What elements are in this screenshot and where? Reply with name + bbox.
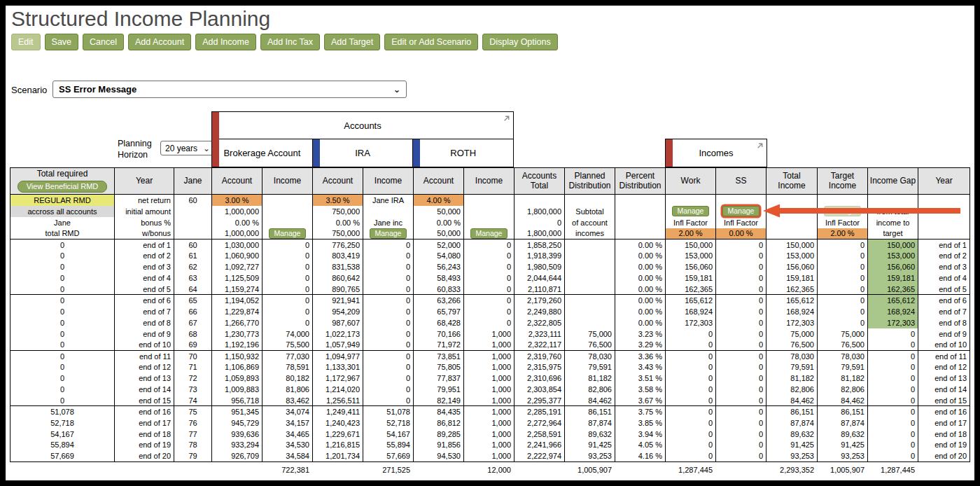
cell-income-gap: 150,000 (868, 239, 918, 251)
cell-planned-distribution (565, 250, 615, 261)
manage-button-brokerage-income[interactable]: Manage (269, 228, 307, 239)
cell-year-right: end of 5 (918, 284, 970, 295)
cell-jane: 66 (174, 306, 212, 317)
cell-roth-income: 1,000 (464, 384, 514, 395)
cell-ira-income: Manage (363, 228, 414, 239)
cell-brokerage-income: 0 (262, 317, 313, 328)
cell-rmd: 0 (10, 384, 115, 395)
manage-button-ira-income[interactable]: Manage (370, 228, 407, 239)
cell-year-right: end of 4 (918, 272, 970, 284)
cell-percent-distribution: 0.00 % (615, 250, 666, 261)
toolbar-button-add-inc-tax[interactable]: Add Inc Tax (260, 34, 320, 50)
cell-rmd: 51,078 (10, 406, 115, 417)
scenario-select[interactable]: SS Error Message ⌄ (52, 81, 407, 98)
total-roth-income: 12,000 (463, 464, 514, 475)
cell-income-gap: 0 (868, 395, 918, 406)
cell-year-left: end of 10 (115, 340, 174, 351)
cell-work (666, 195, 716, 206)
incomes-group-label: Incomes (699, 148, 733, 158)
cell-target-income: 75,000 (818, 328, 868, 340)
cell-roth-income: 0 (464, 261, 514, 272)
cell-ira-income: 0 (363, 395, 414, 406)
planning-horizon-select[interactable]: 20 years ⌄ (160, 141, 215, 155)
table-row: 0end of 6651,194,0520921,941063,26602,17… (10, 295, 970, 306)
cell-percent-distribution: 4.16 % (615, 450, 666, 461)
cell-planned-distribution: 81,182 (565, 373, 615, 384)
cell-total-income: 172,303 (766, 317, 818, 328)
cell-year-right: end of 16 (918, 406, 970, 417)
cell-work: 172,303 (666, 317, 716, 328)
cell-rmd: 0 (10, 284, 115, 295)
cell-brokerage-income: 0 (262, 261, 313, 272)
toolbar-button-cancel[interactable]: Cancel (83, 34, 124, 50)
table-row: 0end of 9681,230,77374,0001,022,173070,1… (10, 328, 970, 340)
cell-accounts-total: 2,272,964 (514, 417, 565, 429)
cell-ira-account: 3.50 % (313, 195, 363, 206)
cell-ira-account: 1,240,423 (313, 417, 363, 429)
cell-planned-distribution (565, 295, 615, 306)
cell-work: 0 (666, 406, 716, 417)
total-year-left (114, 464, 174, 475)
expand-icon[interactable] (755, 141, 764, 151)
cell-percent-distribution: 3.94 % (615, 429, 666, 440)
cell-brokerage-income: 77,030 (262, 350, 313, 361)
column-header-roth-income: Income (464, 168, 514, 195)
manage-button-roth-income[interactable]: Manage (470, 228, 508, 239)
cell-jane: 63 (174, 272, 212, 284)
cell-rmd: 57,669 (10, 450, 115, 461)
toolbar-button-edit-or-add-scenario[interactable]: Edit or Add Scenario (384, 34, 478, 50)
cell-total-income: 153,000 (766, 250, 818, 261)
cell-planned-distribution (565, 239, 615, 251)
cell-ss: 0 (716, 306, 766, 317)
table-row: 0end of 4631,125,5090860,642058,49302,04… (10, 272, 970, 284)
toolbar-button-add-income[interactable]: Add Income (195, 34, 256, 50)
table-row: 0end of 13721,059,89380,1821,172,967077,… (10, 373, 970, 384)
cell-jane: 74 (174, 395, 212, 406)
cell-roth-account: 56,243 (414, 261, 464, 272)
cell-target-income: 89,632 (818, 429, 868, 440)
cell-year-right: end of 11 (918, 350, 970, 361)
cell-accounts-total: 0 (514, 217, 565, 228)
cell-accounts-total: 2,249,880 (514, 306, 565, 317)
toolbar-button-add-target[interactable]: Add Target (324, 34, 380, 50)
cell-roth-income: 1,000 (464, 429, 514, 440)
cell-roth-income: 0 (464, 306, 514, 317)
cell-target-income: 0 (818, 272, 868, 284)
toolbar-button-save[interactable]: Save (45, 34, 79, 50)
cell-target-income: 0 (818, 239, 868, 251)
expand-icon[interactable] (502, 114, 511, 123)
total-brokerage-income: 722,381 (262, 464, 312, 475)
cell-brokerage-income: Manage (262, 228, 313, 239)
cell-target-income: 0 (818, 317, 868, 328)
manage-button-work[interactable]: Manage (672, 206, 710, 216)
cell-brokerage-account: 1,192,196 (212, 340, 262, 351)
toolbar-button-display-options[interactable]: Display Options (482, 34, 558, 50)
cell-brokerage-account: 1,229,874 (212, 306, 262, 317)
column-header-work: Work (666, 168, 716, 195)
cell-brokerage-income: 34,465 (262, 429, 313, 440)
cell-jane: 75 (174, 406, 212, 417)
app-window: Structured Income Planning EditSaveCance… (0, 0, 980, 486)
table-row: 55,894end of 1978933,29434,5301,216,8155… (10, 440, 970, 451)
cell-total-income: 162,365 (766, 284, 818, 295)
table-row: 52,718end of 1776945,72934,1571,240,4235… (10, 417, 970, 429)
cell-year-left: end of 12 (115, 361, 174, 373)
manage-button-ss[interactable]: Manage (722, 206, 760, 216)
view-beneficial-rmd-button[interactable]: View Beneficial RMD (18, 181, 108, 193)
cell-planned-distribution: 82,806 (565, 384, 615, 395)
total-accounts-total (514, 464, 564, 475)
scenario-value: SS Error Message (59, 84, 136, 95)
cell-year-left: end of 16 (115, 406, 174, 417)
toolbar-button-add-account[interactable]: Add Account (128, 34, 191, 50)
cell-total-income: 86,151 (766, 406, 818, 417)
cell-work: 168,924 (666, 306, 716, 317)
cell-year-right: end of 19 (918, 440, 970, 451)
cell-work: 153,000 (666, 250, 716, 261)
cell-roth-income: 1,000 (464, 417, 514, 429)
table-row: 0end of 11701,150,93277,0301,094,977073,… (10, 350, 970, 361)
toolbar-button-edit[interactable]: Edit (11, 34, 41, 50)
cell-target-income: 87,874 (818, 417, 868, 429)
cell-ira-income: 52,718 (363, 417, 414, 429)
red-accent-bar (666, 139, 673, 167)
cell-income-gap: 0 (868, 350, 918, 361)
